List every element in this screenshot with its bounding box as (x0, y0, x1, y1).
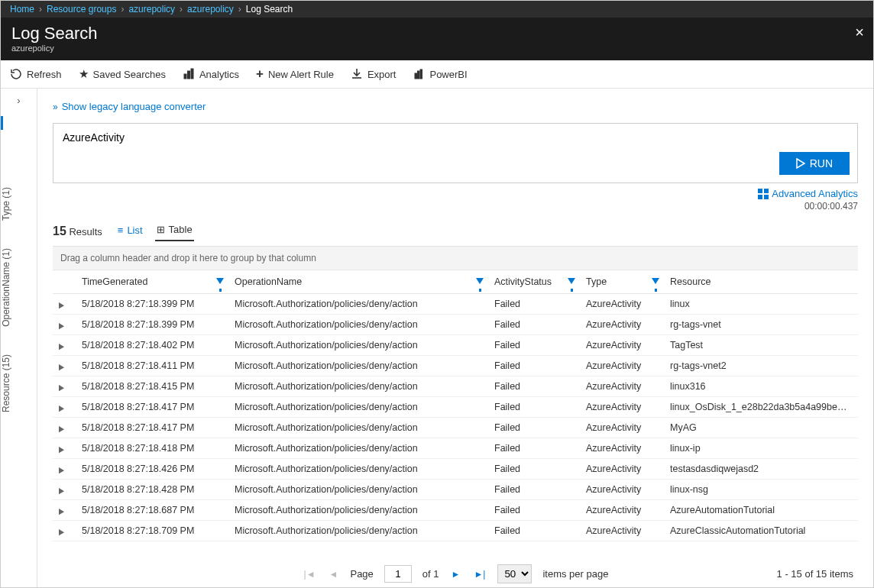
cell-time: 5/18/2018 8:27:18.399 PM (76, 315, 228, 335)
cell-type: AzureActivity (580, 335, 664, 356)
expand-row-icon[interactable]: ▶ (59, 506, 64, 515)
expand-row-icon[interactable]: ▶ (59, 362, 64, 371)
query-input[interactable]: AzureActivity (63, 131, 848, 174)
filter-icon[interactable] (568, 276, 575, 286)
saved-searches-button[interactable]: ★ Saved Searches (79, 67, 166, 81)
pager-ipp-label: items per page (542, 568, 608, 580)
refresh-icon (10, 68, 22, 80)
analytics-button[interactable]: Analytics (183, 68, 239, 80)
table-row[interactable]: ▶5/18/2018 8:27:18.687 PMMicrosoft.Autho… (53, 500, 858, 521)
breadcrumb-link[interactable]: azurepolicy (128, 4, 175, 15)
pager: |◄ ◄ Page of 1 ► ►| 50 items per page 1 … (53, 557, 858, 586)
legacy-converter-link[interactable]: » Show legacy language converter (53, 96, 858, 123)
plus-icon: + (256, 66, 264, 82)
expand-rail-button[interactable]: › (1, 89, 37, 112)
filter-icon[interactable] (476, 276, 484, 286)
expand-row-icon[interactable]: ▶ (59, 403, 64, 412)
grid-icon (758, 189, 769, 199)
expand-row-icon[interactable]: ▶ (59, 341, 64, 351)
close-icon[interactable]: × (855, 24, 864, 41)
col-resource[interactable]: Resource (664, 270, 858, 294)
cell-resource: AzureAutomationTutorial (664, 500, 858, 521)
cell-op: Microsoft.Authorization/policies/deny/ac… (228, 294, 488, 315)
main-panel: » Show legacy language converter AzureAc… (37, 89, 873, 588)
table-row[interactable]: ▶5/18/2018 8:27:18.411 PMMicrosoft.Autho… (53, 356, 858, 376)
pager-last-button[interactable]: ►| (472, 569, 487, 580)
table-row[interactable]: ▶5/18/2018 8:27:18.428 PMMicrosoft.Autho… (53, 480, 858, 500)
expand-row-icon[interactable]: ▶ (59, 486, 64, 495)
pager-page-input[interactable] (384, 565, 412, 583)
breadcrumb-link[interactable]: Resource groups (47, 4, 116, 15)
cell-time: 5/18/2018 8:27:18.709 PM (76, 521, 228, 541)
download-icon (351, 68, 363, 80)
view-table-button[interactable]: ⊞ Table (155, 221, 194, 241)
table-row[interactable]: ▶5/18/2018 8:27:18.417 PMMicrosoft.Autho… (53, 397, 858, 418)
expand-row-icon[interactable]: ▶ (59, 444, 64, 454)
expand-row-icon[interactable]: ▶ (59, 465, 64, 474)
cell-time: 5/18/2018 8:27:18.415 PM (76, 376, 228, 397)
cell-status: Failed (488, 418, 580, 438)
pager-of-label: of 1 (422, 568, 439, 580)
rail-tab-resource[interactable]: Resource (15) (1, 341, 11, 426)
cell-resource: linux-nsg (664, 480, 858, 500)
powerbi-button[interactable]: PowerBI (413, 68, 467, 80)
cell-resource: TagTest (664, 335, 858, 356)
table-row[interactable]: ▶5/18/2018 8:27:18.399 PMMicrosoft.Autho… (53, 294, 858, 315)
col-activitystatus[interactable]: ActivityStatus (488, 270, 580, 294)
advanced-analytics-link[interactable]: Advanced Analytics (758, 188, 858, 199)
table-row[interactable]: ▶5/18/2018 8:27:18.399 PMMicrosoft.Autho… (53, 315, 858, 335)
cell-type: AzureActivity (580, 459, 664, 480)
cell-op: Microsoft.Authorization/policies/deny/ac… (228, 418, 488, 438)
cell-time: 5/18/2018 8:27:18.417 PM (76, 397, 228, 418)
cell-type: AzureActivity (580, 376, 664, 397)
pager-first-button[interactable]: |◄ (303, 569, 317, 580)
expand-row-icon[interactable]: ▶ (59, 300, 64, 309)
run-button[interactable]: RUN (779, 152, 850, 175)
group-by-hint[interactable]: Drag a column header and drop it here to… (53, 247, 858, 270)
rail-tab-operationname[interactable]: OperationName (1) (1, 234, 11, 341)
pager-next-button[interactable]: ► (450, 569, 462, 580)
col-type[interactable]: Type (580, 270, 664, 294)
cell-type: AzureActivity (580, 438, 664, 459)
view-table-label: Table (169, 224, 193, 235)
table-row[interactable]: ▶5/18/2018 8:27:18.415 PMMicrosoft.Autho… (53, 376, 858, 397)
rail-tab-type[interactable]: Type (1) (1, 173, 11, 234)
cell-op: Microsoft.Authorization/policies/deny/ac… (228, 356, 488, 376)
export-label: Export (367, 69, 397, 80)
cell-status: Failed (488, 521, 580, 541)
table-row[interactable]: ▶5/18/2018 8:27:18.426 PMMicrosoft.Autho… (53, 459, 858, 480)
pager-size-select[interactable]: 50 (497, 564, 532, 583)
filter-icon[interactable] (652, 276, 659, 286)
new-alert-rule-button[interactable]: + New Alert Rule (256, 66, 334, 82)
facet-rail: › Type (1) OperationName (1) Resource (1… (1, 89, 37, 588)
expand-row-icon[interactable]: ▶ (59, 527, 64, 536)
expand-row-icon[interactable]: ▶ (59, 321, 64, 330)
pager-prev-button[interactable]: ◄ (328, 569, 340, 580)
table-row[interactable]: ▶5/18/2018 8:27:18.417 PMMicrosoft.Autho… (53, 418, 858, 438)
col-timegenerated[interactable]: TimeGenerated (76, 270, 228, 294)
table-row[interactable]: ▶5/18/2018 8:27:18.402 PMMicrosoft.Autho… (53, 335, 858, 356)
svg-rect-7 (764, 189, 769, 193)
breadcrumb-link[interactable]: Home (10, 4, 34, 15)
cell-resource: linux316 (664, 376, 858, 397)
view-list-button[interactable]: ≡ List (116, 221, 144, 241)
cell-type: AzureActivity (580, 521, 664, 541)
table-header-row: TimeGenerated OperationName ActivityStat… (53, 270, 858, 294)
expand-row-icon[interactable]: ▶ (59, 383, 64, 392)
expand-row-icon[interactable]: ▶ (59, 424, 64, 433)
breadcrumb-current: Log Search (246, 4, 293, 15)
filter-icon[interactable] (216, 276, 224, 286)
breadcrumb-link[interactable]: azurepolicy (187, 4, 234, 15)
col-operationname[interactable]: OperationName (228, 270, 488, 294)
chevrons-down-icon: » (53, 102, 56, 112)
run-label: RUN (810, 157, 833, 170)
cell-type: AzureActivity (580, 500, 664, 521)
table-row[interactable]: ▶5/18/2018 8:27:18.709 PMMicrosoft.Autho… (53, 521, 858, 541)
page-title: Log Search (11, 24, 863, 44)
export-button[interactable]: Export (351, 68, 397, 80)
svg-rect-4 (418, 71, 420, 79)
refresh-button[interactable]: Refresh (10, 68, 62, 80)
table-row[interactable]: ▶5/18/2018 8:27:18.418 PMMicrosoft.Autho… (53, 438, 858, 459)
cell-type: AzureActivity (580, 315, 664, 335)
cell-type: AzureActivity (580, 356, 664, 376)
